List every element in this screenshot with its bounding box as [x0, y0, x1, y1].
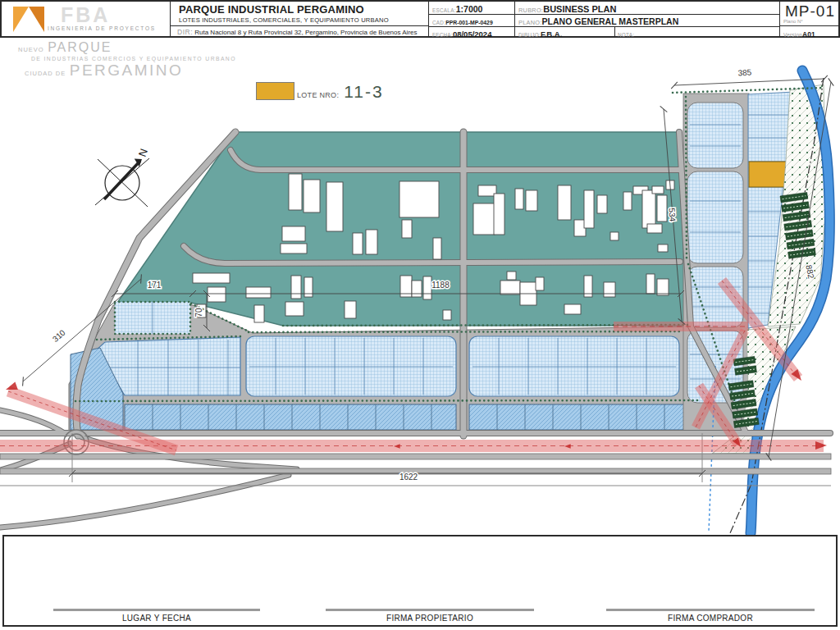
heading-ciudad: CIUDAD DE	[25, 70, 66, 77]
rubro-value: BUSINESS PLAN	[543, 4, 616, 14]
lote-label: LOTE NRO:	[297, 91, 339, 99]
compass-north-label: N	[136, 147, 150, 158]
title-block-plan-cell: RUBRO:BUSINESS PLAN PLANO:PLANO GENERAL …	[514, 2, 779, 36]
svg-text:171: 171	[148, 281, 162, 290]
title-block-meta-cell: ESCALA:1:7000 CAD:PPR-001-MP-0429 FECHA:…	[428, 2, 514, 36]
signature-field-owner: FIRMA PROPIETARIO	[326, 609, 534, 623]
scale-value: 1:7000	[456, 4, 483, 14]
heading-pergamino: PERGAMINO	[70, 62, 184, 79]
title-block-project-cell: PARQUE INDUSTRIAL PERGAMINO LOTES INDUST…	[170, 2, 428, 36]
heading-parque: PARQUE	[48, 40, 112, 54]
fba-tagline: INGENIERIA DE PROYECTOS	[48, 25, 156, 31]
svg-text:310: 310	[51, 327, 67, 344]
signature-field-place-date: LUGAR Y FECHA	[53, 609, 260, 623]
north-compass: N	[95, 147, 150, 207]
heading-nuevo: NUEVO	[18, 46, 44, 53]
cad-code: PPR-001-MP-0429	[445, 20, 492, 25]
signature-line	[606, 609, 815, 611]
project-title: PARQUE INDUSTRIAL PERGAMINO	[179, 3, 364, 16]
lote-swatch	[256, 82, 294, 100]
project-address: DIR: Ruta Nacional 8 y Ruta Provincial 3…	[177, 28, 418, 36]
fba-logo-icon	[13, 7, 44, 32]
signature-field-buyer: FIRMA COMPRADOR	[606, 609, 815, 623]
title-block-logo-cell: FBA INGENIERIA DE PROYECTOS	[2, 2, 170, 36]
sheet-number: MP-01	[780, 2, 840, 21]
lote-number: 11-3	[344, 82, 383, 102]
svg-text:1622: 1622	[399, 472, 418, 482]
project-subtitle: LOTES INDUSTRIALES, COMERCIALES, Y EQUIP…	[179, 16, 389, 24]
title-block-sheet-cell: MP-01 Plano N° VersionA01	[779, 2, 840, 36]
masterplan-sheet: 3855348821711188703101622N NUEVO PARQUE …	[0, 0, 840, 630]
svg-text:70: 70	[194, 308, 203, 317]
fba-logo-text: FBA	[61, 3, 110, 27]
signature-box: LUGAR Y FECHA FIRMA PROPIETARIO FIRMA CO…	[2, 535, 838, 627]
title-block: FBA INGENIERIA DE PROYECTOS PARQUE INDUS…	[0, 0, 840, 38]
svg-text:1188: 1188	[431, 281, 450, 290]
lote-legend: LOTE NRO: 11-3	[256, 79, 384, 100]
date-value: 08/05/2024	[453, 30, 492, 39]
sheet-number-label: Plano N°	[783, 19, 803, 24]
plano-value: PLANO GENERAL MASTERPLAN	[542, 16, 679, 26]
svg-text:534: 534	[667, 208, 677, 222]
signature-line	[326, 609, 534, 611]
signature-line	[53, 609, 260, 611]
version-value: A01	[802, 30, 815, 39]
dibujo-value: F.B.A.	[541, 30, 562, 39]
sheet-heading: NUEVO PARQUE DE INDUSTRIAS COMERCIOS Y E…	[18, 40, 236, 80]
svg-text:385: 385	[737, 68, 752, 78]
heading-line2: DE INDUSTRIAS COMERCIOS Y EQUIPAMIENTO U…	[31, 56, 236, 62]
nota-label: NOTA:	[614, 32, 634, 38]
